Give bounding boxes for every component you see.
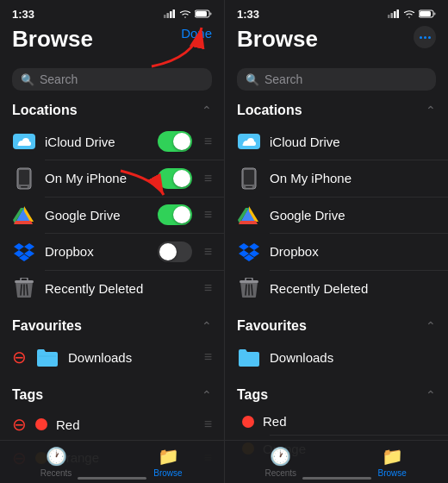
right-panel: 1:33 Browse (224, 0, 448, 483)
status-bar: 1:33 (0, 0, 224, 24)
tags-section-header: Tags ⌃ (0, 375, 224, 408)
trash-label: Recently Deleted (45, 281, 192, 296)
list-item-red-right[interactable]: Red (225, 408, 448, 435)
list-item-downloads[interactable]: ⊖ Downloads ≡ (0, 339, 224, 375)
icloud-label-right: iCloud Drive (270, 135, 436, 149)
tags-chevron[interactable]: ⌃ (202, 388, 212, 402)
svg-rect-24 (391, 13, 394, 18)
locations-section-header-right: Locations ⌃ (225, 91, 448, 123)
list-item-dropbox[interactable]: Dropbox ≡ (0, 234, 224, 270)
more-button[interactable] (414, 26, 436, 48)
red-label: Red (56, 417, 192, 432)
svg-line-42 (252, 285, 252, 295)
list-item-downloads-right[interactable]: Downloads (225, 339, 448, 375)
list-item-phone[interactable]: On My iPhone ≡ (0, 160, 224, 197)
scroll-area-right: Locations ⌃ iCloud Drive On My iPhon (225, 91, 448, 483)
list-item-trash[interactable]: Recently Deleted ≡ (0, 270, 224, 306)
favourites-chevron-right[interactable]: ⌃ (426, 319, 436, 333)
list-item-gdrive-right[interactable]: Google Drive (225, 197, 448, 233)
red-drag-handle[interactable]: ≡ (204, 417, 212, 432)
browse-label-right: Browse (378, 468, 407, 478)
red-tag-dot-right (242, 416, 254, 428)
icloud-toggle[interactable] (158, 131, 192, 152)
search-container-right: 🔍 Search (225, 56, 448, 91)
search-icon: 🔍 (21, 73, 34, 86)
svg-rect-19 (21, 278, 28, 281)
locations-title-right: Locations (237, 103, 302, 118)
icloud-drag-handle[interactable]: ≡ (204, 134, 212, 149)
wifi-icon (179, 9, 191, 18)
favourites-section-header: Favourites ⌃ (0, 306, 224, 339)
locations-chevron[interactable]: ⌃ (202, 104, 212, 117)
downloads-folder-icon-right (237, 345, 261, 369)
battery-icon (195, 9, 212, 18)
browse-icon-right: 📁 (382, 446, 403, 467)
more-dot-3 (428, 36, 431, 39)
done-button[interactable]: Done (181, 26, 212, 41)
tab-browse-right[interactable]: 📁 Browse (337, 446, 449, 478)
gdrive-toggle[interactable] (158, 204, 192, 225)
list-item-phone-right[interactable]: On My iPhone (225, 160, 448, 197)
list-item-icloud-right[interactable]: iCloud Drive (225, 123, 448, 160)
downloads-label: Downloads (68, 350, 192, 365)
tags-title: Tags (12, 387, 43, 403)
tab-browse[interactable]: 📁 Browse (112, 446, 224, 478)
svg-rect-29 (420, 11, 431, 16)
tags-title-right: Tags (237, 387, 268, 403)
svg-line-40 (246, 285, 246, 295)
browse-title-right: Browse (237, 26, 436, 53)
status-icons (164, 9, 212, 18)
trash-icon-right (237, 276, 261, 300)
list-item-dropbox-right[interactable]: Dropbox (225, 234, 448, 270)
icloud-icon-right (237, 129, 261, 154)
status-time: 1:33 (12, 8, 34, 21)
phone-toggle[interactable] (158, 168, 192, 189)
dropbox-toggle[interactable] (158, 242, 192, 262)
tags-chevron-right[interactable]: ⌃ (426, 388, 436, 402)
gdrive-label-right: Google Drive (270, 208, 436, 223)
dropbox-drag-handle[interactable]: ≡ (204, 244, 212, 260)
browse-icon: 📁 (158, 446, 179, 467)
svg-line-22 (27, 285, 28, 295)
header-area: Browse Done (0, 24, 224, 56)
tags-section-header-right: Tags ⌃ (225, 375, 448, 408)
phone-icon-right (237, 166, 261, 191)
gdrive-icon-right (237, 203, 261, 227)
favourites-title-right: Favourites (237, 318, 307, 334)
red-minus-icon[interactable]: ⊖ (12, 414, 27, 435)
phone-drag-handle[interactable]: ≡ (204, 171, 212, 186)
tab-recents[interactable]: 🕐 Recents (0, 446, 112, 478)
gdrive-drag-handle[interactable]: ≡ (204, 207, 212, 223)
svg-rect-3 (167, 13, 170, 18)
icloud-label: iCloud Drive (45, 135, 149, 149)
minus-icon[interactable]: ⊖ (12, 347, 27, 367)
list-item-red[interactable]: ⊖ Red ≡ (0, 408, 224, 441)
phone-label-right: On My iPhone (270, 171, 436, 185)
favourites-chevron[interactable]: ⌃ (202, 319, 212, 333)
status-icons-right (388, 9, 436, 18)
list-item-gdrive[interactable]: Google Drive ≡ (0, 197, 224, 233)
search-bar[interactable]: 🔍 Search (12, 68, 212, 91)
trash-icon (12, 276, 36, 300)
list-item-icloud[interactable]: iCloud Drive ≡ (0, 123, 224, 160)
dropbox-icon (12, 240, 36, 264)
list-item-trash-right[interactable]: Recently Deleted (225, 270, 448, 306)
tab-recents-right[interactable]: 🕐 Recents (225, 446, 337, 478)
svg-rect-2 (164, 15, 166, 18)
phone-label: On My iPhone (45, 171, 149, 185)
svg-marker-37 (239, 221, 258, 224)
search-bar-right[interactable]: 🔍 Search (237, 68, 436, 91)
more-dot-2 (424, 36, 426, 39)
trash-label-right: Recently Deleted (270, 281, 436, 296)
downloads-drag-handle[interactable]: ≡ (204, 349, 212, 365)
wifi-icon-right (403, 9, 415, 18)
svg-rect-23 (388, 15, 390, 18)
home-indicator (78, 477, 146, 480)
browse-label: Browse (153, 468, 182, 478)
recents-icon-right: 🕐 (270, 446, 291, 467)
favourites-title: Favourites (12, 318, 82, 334)
locations-chevron-right[interactable]: ⌃ (426, 104, 436, 117)
trash-drag-handle[interactable]: ≡ (204, 280, 212, 296)
header-area-right: Browse (225, 24, 448, 56)
search-icon-right: 🔍 (246, 73, 259, 86)
